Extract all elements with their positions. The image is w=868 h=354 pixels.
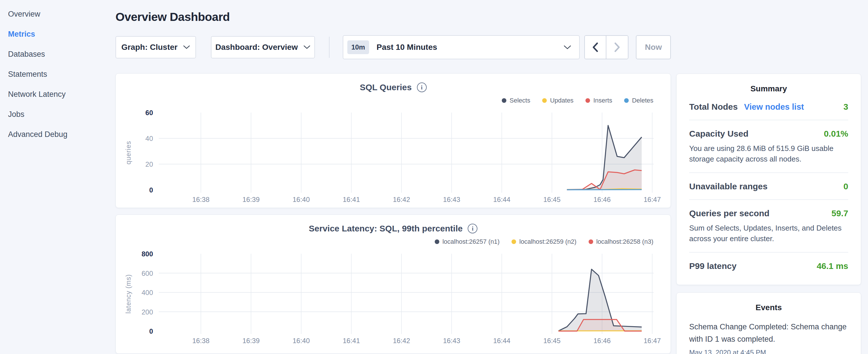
x-tick-label: 16:47	[644, 196, 661, 203]
summary-card: Summary Total Nodes View nodes list 3 Ca…	[676, 74, 861, 285]
legend-label: Deletes	[632, 97, 653, 104]
x-tick-label: 16:39	[242, 337, 260, 345]
events-title: Events	[689, 303, 848, 312]
y-tick-label: 600	[142, 269, 153, 277]
summary-row-label: Unavailable ranges	[689, 182, 767, 191]
legend-label: localhost:26259 (n2)	[519, 238, 576, 246]
x-tick-label: 16:42	[393, 196, 410, 203]
summary-row-total-nodes: Total Nodes View nodes list 3	[689, 93, 848, 120]
time-range-dropdown[interactable]: 10m Past 10 Minutes	[343, 35, 580, 59]
event-item-date: May 13, 2020 at 4:45 PM	[689, 349, 848, 354]
sidebar-item-statements[interactable]: Statements	[8, 64, 115, 84]
x-tick-label: 16:45	[543, 196, 560, 203]
y-tick-label: 60	[145, 109, 153, 117]
now-button[interactable]: Now	[636, 35, 671, 59]
chevron-right-icon	[614, 42, 620, 52]
x-tick-label: 16:40	[292, 337, 310, 345]
time-back-button[interactable]	[585, 36, 607, 59]
summary-row-queries-per-second: Queries per second 59.7 Sum of Selects, …	[689, 200, 848, 253]
x-tick-label: 16:47	[644, 337, 661, 345]
sql-queries-plot[interactable]: 16:3816:3916:4016:4116:4216:4316:4416:45…	[116, 107, 666, 208]
legend-dot-icon	[624, 98, 629, 103]
summary-row-label: Queries per second	[689, 208, 769, 218]
sidebar: Overview Metrics Databases Statements Ne…	[0, 0, 115, 144]
summary-title: Summary	[689, 84, 848, 93]
sidebar-item-metrics[interactable]: Metrics	[8, 24, 115, 44]
dashboard-dropdown-label: Dashboard: Overview	[215, 43, 298, 52]
legend-item: localhost:26258 (n3)	[589, 238, 653, 246]
sidebar-item-jobs[interactable]: Jobs	[8, 104, 115, 124]
summary-row-label: Capacity Used	[689, 129, 748, 139]
dashboard-dropdown[interactable]: Dashboard: Overview	[211, 36, 315, 58]
chevron-down-icon	[183, 45, 190, 49]
service-latency-chart-card: Service Latency: SQL, 99th percentile i …	[116, 215, 671, 354]
time-pager	[584, 35, 629, 59]
controls-divider	[329, 37, 330, 58]
service-latency-plot[interactable]: 16:3816:3916:4016:4116:4216:4316:4416:45…	[116, 248, 666, 349]
summary-row-label: P99 latency	[689, 261, 737, 271]
events-card: Events Schema Change Completed: Schema c…	[676, 292, 861, 354]
legend-dot-icon	[542, 98, 547, 103]
x-tick-label: 16:46	[593, 196, 611, 203]
legend-label: localhost:26258 (n3)	[596, 238, 653, 246]
legend-dot-icon	[502, 98, 506, 103]
sql-queries-chart-card: SQL Queries i SelectsUpdatesInsertsDelet…	[116, 73, 671, 208]
legend-dot-icon	[435, 239, 439, 244]
x-tick-label: 16:43	[443, 337, 460, 345]
sidebar-item-overview[interactable]: Overview	[8, 4, 115, 24]
summary-row-unavailable-ranges: Unavailable ranges 0	[689, 173, 848, 200]
x-tick-label: 16:41	[343, 337, 360, 345]
right-panel: Summary Total Nodes View nodes list 3 Ca…	[676, 74, 861, 354]
x-tick-label: 16:38	[192, 196, 210, 203]
summary-row-value: 46.1 ms	[817, 261, 848, 271]
x-tick-label: 16:43	[443, 196, 460, 203]
y-tick-label: 800	[142, 250, 153, 258]
y-axis-label: queries	[125, 141, 132, 164]
y-tick-label: 0	[149, 327, 153, 335]
x-tick-label: 16:45	[543, 337, 560, 345]
page-title: Overview Dashboard	[116, 10, 671, 24]
sidebar-item-databases[interactable]: Databases	[8, 44, 115, 64]
legend-item: Updates	[542, 97, 574, 104]
y-tick-label: 20	[145, 160, 153, 168]
x-tick-label: 16:46	[593, 337, 611, 345]
graph-dropdown[interactable]: Graph: Cluster	[116, 36, 196, 58]
x-tick-label: 16:42	[393, 337, 410, 345]
summary-row-capacity-used: Capacity Used 0.01% You are using 28.6 M…	[689, 120, 848, 173]
time-forward-button[interactable]	[607, 36, 628, 59]
summary-row-value: 0	[843, 182, 848, 191]
summary-row-value: 3	[843, 102, 848, 112]
chart-title: SQL Queries	[360, 83, 411, 92]
chevron-down-icon	[304, 45, 310, 49]
legend-label: Inserts	[593, 97, 612, 104]
x-tick-label: 16:44	[493, 196, 510, 203]
summary-row-description: Sum of Selects, Updates, Inserts, and De…	[689, 223, 848, 244]
sidebar-item-network-latency[interactable]: Network Latency	[8, 84, 115, 104]
summary-row-p99-latency: P99 latency 46.1 ms	[689, 253, 848, 279]
view-nodes-list-link[interactable]: View nodes list	[744, 102, 804, 112]
sidebar-item-advanced-debug[interactable]: Advanced Debug	[8, 124, 115, 144]
legend-dot-icon	[585, 98, 590, 103]
x-tick-label: 16:40	[292, 196, 310, 203]
legend-item: Selects	[502, 97, 530, 104]
summary-row-value: 0.01%	[824, 129, 848, 139]
x-tick-label: 16:44	[493, 337, 510, 345]
legend-label: localhost:26257 (n1)	[442, 238, 499, 246]
legend-item: Deletes	[624, 97, 653, 104]
chart-legend: SelectsUpdatesInsertsDeletes	[116, 95, 671, 106]
time-range-badge: 10m	[347, 40, 369, 54]
legend-item: localhost:26257 (n1)	[435, 238, 499, 246]
chevron-down-icon	[564, 45, 571, 50]
event-item-text[interactable]: Schema Change Completed: Schema change w…	[689, 321, 848, 346]
graph-dropdown-label: Graph: Cluster	[121, 43, 177, 52]
controls-bar: Graph: Cluster Dashboard: Overview 10m P…	[116, 35, 671, 59]
y-tick-label: 200	[142, 308, 153, 316]
info-icon[interactable]: i	[417, 83, 427, 92]
chevron-left-icon	[592, 42, 598, 52]
summary-row-value: 59.7	[832, 208, 848, 218]
y-tick-label: 400	[142, 289, 153, 296]
x-tick-label: 16:39	[242, 196, 260, 203]
time-range-label: Past 10 Minutes	[376, 43, 437, 52]
main-content: Overview Dashboard Graph: Cluster Dashbo…	[116, 0, 671, 354]
info-icon[interactable]: i	[468, 224, 477, 233]
